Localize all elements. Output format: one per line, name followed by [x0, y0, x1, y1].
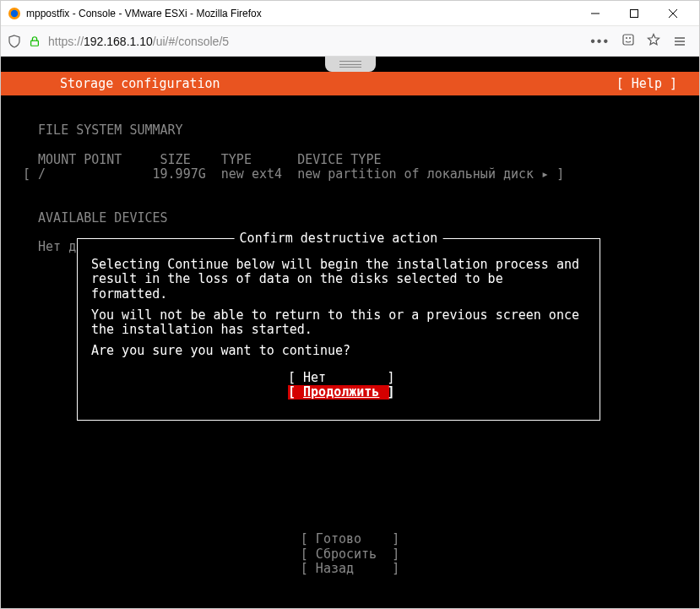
dialog-buttons: [ Нет ] [ Продолжить ] — [91, 371, 586, 400]
fs-columns: MOUNT POINT SIZE TYPE DEVICE TYPE — [23, 152, 381, 167]
lock-icon[interactable] — [28, 35, 41, 48]
window-title: mppostfix - Console - VMware ESXi - Mozi… — [26, 8, 576, 19]
url-input[interactable]: https://192.168.1.10/ui/#/console/5 — [48, 35, 583, 48]
footer-buttons: [ Готово ] [ Сбросить ] [ Назад ] — [1, 532, 699, 576]
bookmark-star-icon[interactable] — [647, 33, 660, 50]
dialog-text-2: You will not be able to return to this o… — [91, 308, 586, 338]
address-bar: https://192.168.1.10/ui/#/console/5 ••• — [1, 26, 699, 57]
reset-button[interactable]: [ Сбросить ] — [301, 546, 399, 562]
firefox-window: mppostfix - Console - VMware ESXi - Mozi… — [0, 0, 700, 609]
fs-row[interactable]: [ / 19.997G new ext4 new partition of ло… — [23, 166, 564, 182]
titlebar: mppostfix - Console - VMware ESXi - Mozi… — [1, 1, 699, 26]
page-actions-icon[interactable]: ••• — [590, 34, 610, 49]
hamburger-menu-button[interactable] — [667, 29, 692, 54]
devices-heading: AVAILABLE DEVICES — [23, 210, 168, 226]
reader-icon[interactable] — [621, 33, 635, 50]
maximize-button[interactable] — [615, 1, 654, 26]
esxi-pull-tab[interactable] — [325, 57, 376, 72]
svg-point-1 — [11, 9, 18, 16]
confirm-dialog: Confirm destructive action Selecting Con… — [77, 238, 600, 421]
addressbar-right: ••• — [590, 33, 660, 50]
close-button[interactable] — [654, 1, 692, 26]
dialog-text-3: Are you sure you want to continue? — [91, 344, 586, 358]
dialog-continue-button[interactable]: [ Продолжить ] — [288, 385, 389, 400]
svg-point-8 — [626, 37, 627, 39]
fs-summary-heading: FILE SYSTEM SUMMARY — [23, 122, 183, 138]
installer-header: Storage configuration [ Help ] — [1, 72, 699, 95]
minimize-button[interactable] — [576, 1, 615, 26]
console-area: Storage configuration [ Help ] FILE SYST… — [1, 57, 699, 608]
tracking-shield-icon[interactable] — [8, 35, 21, 48]
dialog-title: Confirm destructive action — [235, 231, 443, 246]
done-button[interactable]: [ Готово ] — [301, 531, 399, 546]
help-button[interactable]: [ Help ] — [616, 76, 677, 91]
url-host: 192.168.1.10 — [84, 35, 153, 48]
window-controls — [576, 1, 692, 26]
dialog-no-button[interactable]: [ Нет ] — [288, 371, 389, 385]
svg-point-9 — [629, 37, 631, 39]
svg-rect-6 — [31, 41, 39, 46]
url-scheme: https:// — [48, 35, 84, 48]
url-path: /ui/#/console/5 — [153, 35, 229, 48]
dialog-text-1: Selecting Continue below will begin the … — [91, 258, 586, 302]
firefox-icon — [8, 7, 21, 20]
back-button[interactable]: [ Назад ] — [301, 561, 399, 576]
svg-rect-3 — [631, 9, 638, 17]
installer-title: Storage configuration — [60, 76, 220, 91]
svg-rect-7 — [623, 35, 633, 45]
